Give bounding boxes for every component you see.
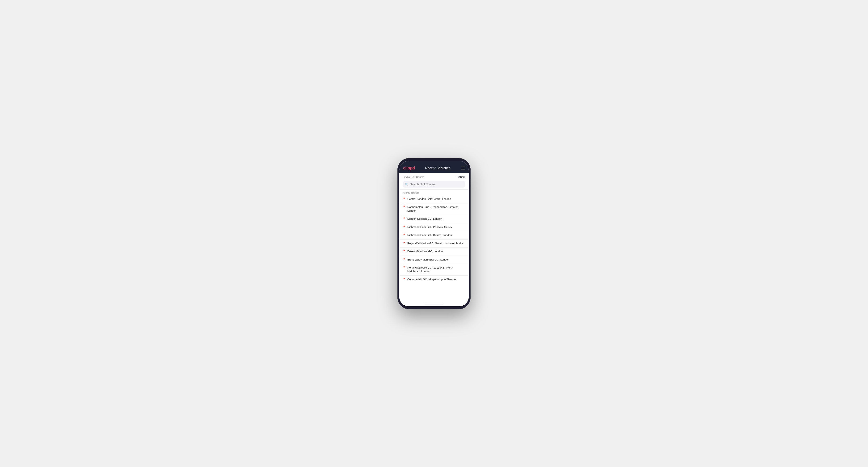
phone-wrapper: clippd Recent Searches Find a Golf Cours… bbox=[397, 158, 471, 309]
status-bar bbox=[399, 161, 469, 164]
course-name: Richmond Park GC - Duke's, London bbox=[407, 234, 452, 237]
app-header: clippd Recent Searches bbox=[399, 164, 469, 173]
search-icon: 🔍 bbox=[405, 183, 408, 186]
list-item[interactable]: 📍London Scottish GC, London bbox=[399, 215, 469, 223]
search-input-wrapper[interactable]: 🔍 bbox=[403, 181, 465, 188]
app-logo: clippd bbox=[403, 166, 415, 170]
location-pin-icon: 📍 bbox=[403, 226, 405, 228]
list-item[interactable]: 📍Richmond Park GC - Prince's, Surrey bbox=[399, 223, 469, 231]
header-title: Recent Searches bbox=[425, 166, 450, 170]
location-pin-icon: 📍 bbox=[403, 206, 405, 208]
nearby-courses-label: Nearby courses bbox=[399, 190, 469, 195]
course-list: 📍Central London Golf Centre, London📍Roeh… bbox=[399, 195, 469, 302]
course-name: North Middlesex GC (1011942 - North Midd… bbox=[407, 266, 465, 273]
menu-line-1 bbox=[461, 166, 465, 167]
menu-line-2 bbox=[461, 168, 465, 168]
search-header: Find a Golf Course Cancel bbox=[399, 173, 469, 180]
search-bar-container: 🔍 bbox=[399, 180, 469, 189]
location-pin-icon: 📍 bbox=[403, 250, 405, 252]
location-pin-icon: 📍 bbox=[403, 278, 405, 281]
location-pin-icon: 📍 bbox=[403, 234, 405, 236]
list-item[interactable]: 📍Coombe Hill GC, Kingston upon Thames bbox=[399, 276, 469, 284]
course-name: Brent Valley Municipal GC, London bbox=[407, 258, 450, 262]
course-name: Richmond Park GC - Prince's, Surrey bbox=[407, 225, 452, 229]
cancel-button[interactable]: Cancel bbox=[457, 175, 465, 179]
content-area: Find a Golf Course Cancel 🔍 Nearby cours… bbox=[399, 173, 469, 302]
location-pin-icon: 📍 bbox=[403, 258, 405, 261]
course-name: Roehampton Club - Roehampton, Greater Lo… bbox=[407, 205, 465, 213]
location-pin-icon: 📍 bbox=[403, 217, 405, 220]
menu-line-3 bbox=[461, 169, 465, 169]
phone-screen: clippd Recent Searches Find a Golf Cours… bbox=[399, 161, 469, 306]
list-item[interactable]: 📍Brent Valley Municipal GC, London bbox=[399, 256, 469, 264]
home-indicator bbox=[399, 302, 469, 306]
search-input[interactable] bbox=[410, 183, 463, 186]
location-pin-icon: 📍 bbox=[403, 197, 405, 200]
list-item[interactable]: 📍Richmond Park GC - Duke's, London bbox=[399, 231, 469, 240]
list-item[interactable]: 📍Royal Wimbledon GC, Great London Author… bbox=[399, 240, 469, 248]
location-pin-icon: 📍 bbox=[403, 266, 405, 269]
home-bar bbox=[425, 304, 443, 304]
course-name: Royal Wimbledon GC, Great London Authori… bbox=[407, 242, 463, 245]
list-item[interactable]: 📍Dukes Meadows GC, London bbox=[399, 248, 469, 256]
find-golf-course-label: Find a Golf Course bbox=[403, 176, 424, 178]
hamburger-menu-button[interactable] bbox=[461, 166, 465, 169]
course-name: Central London Golf Centre, London bbox=[407, 197, 451, 201]
location-pin-icon: 📍 bbox=[403, 242, 405, 245]
list-item[interactable]: 📍North Middlesex GC (1011942 - North Mid… bbox=[399, 264, 469, 276]
course-name: Dukes Meadows GC, London bbox=[407, 250, 443, 253]
course-name: London Scottish GC, London bbox=[407, 217, 442, 221]
course-name: Coombe Hill GC, Kingston upon Thames bbox=[407, 278, 457, 282]
list-item[interactable]: 📍Roehampton Club - Roehampton, Greater L… bbox=[399, 203, 469, 215]
list-item[interactable]: 📍Central London Golf Centre, London bbox=[399, 195, 469, 204]
